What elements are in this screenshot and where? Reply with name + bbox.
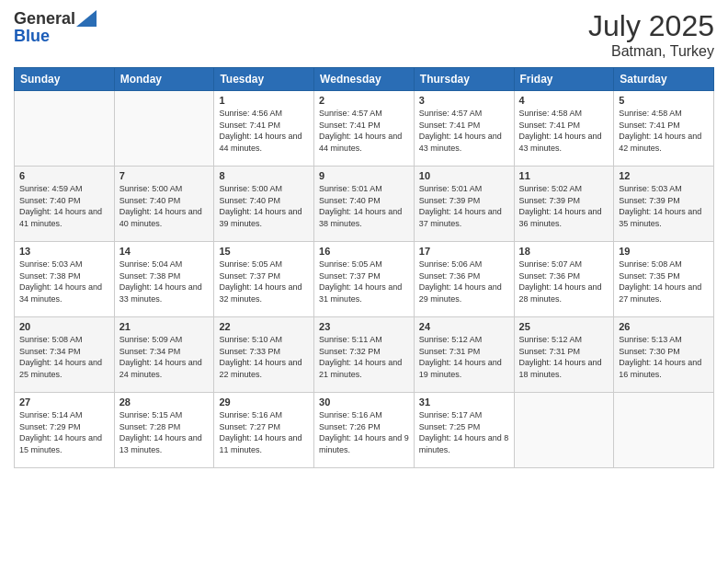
day-info: Sunrise: 4:57 AM Sunset: 7:41 PM Dayligh… <box>419 108 509 154</box>
title-block: July 2025 Batman, Turkey <box>588 9 714 60</box>
svg-marker-0 <box>76 10 97 27</box>
day-info: Sunrise: 5:04 AM Sunset: 7:38 PM Dayligh… <box>119 259 210 304</box>
calendar-cell: 8Sunrise: 5:00 AM Sunset: 7:40 PM Daylig… <box>214 167 314 242</box>
day-info: Sunrise: 5:14 AM Sunset: 7:29 PM Dayligh… <box>19 409 109 455</box>
day-info: Sunrise: 5:16 AM Sunset: 7:26 PM Dayligh… <box>319 409 409 455</box>
calendar-cell <box>114 91 214 167</box>
day-number: 25 <box>519 321 609 332</box>
header: General Blue July 2025 Batman, Turkey <box>14 9 714 60</box>
col-monday: Monday <box>114 68 214 91</box>
day-info: Sunrise: 5:05 AM Sunset: 7:37 PM Dayligh… <box>219 259 309 304</box>
logo: General Blue <box>14 9 97 46</box>
day-number: 3 <box>419 95 509 106</box>
calendar-cell: 10Sunrise: 5:01 AM Sunset: 7:39 PM Dayli… <box>414 167 514 242</box>
calendar-cell <box>614 393 714 468</box>
calendar-cell: 17Sunrise: 5:06 AM Sunset: 7:36 PM Dayli… <box>414 242 514 317</box>
col-tuesday: Tuesday <box>214 68 314 91</box>
day-number: 5 <box>619 95 709 106</box>
day-info: Sunrise: 5:01 AM Sunset: 7:39 PM Dayligh… <box>419 183 509 229</box>
day-info: Sunrise: 5:01 AM Sunset: 7:40 PM Dayligh… <box>319 183 409 229</box>
day-info: Sunrise: 5:05 AM Sunset: 7:37 PM Dayligh… <box>319 259 409 304</box>
location-title: Batman, Turkey <box>588 43 714 60</box>
day-number: 6 <box>19 170 109 181</box>
day-info: Sunrise: 4:58 AM Sunset: 7:41 PM Dayligh… <box>519 108 609 154</box>
day-number: 12 <box>619 170 709 181</box>
day-info: Sunrise: 5:06 AM Sunset: 7:36 PM Dayligh… <box>419 259 509 304</box>
day-info: Sunrise: 4:57 AM Sunset: 7:41 PM Dayligh… <box>319 108 409 154</box>
calendar-cell: 2Sunrise: 4:57 AM Sunset: 7:41 PM Daylig… <box>314 91 415 167</box>
day-number: 9 <box>319 170 409 181</box>
day-number: 18 <box>519 246 609 257</box>
calendar-cell: 11Sunrise: 5:02 AM Sunset: 7:39 PM Dayli… <box>514 167 614 242</box>
calendar-cell: 26Sunrise: 5:13 AM Sunset: 7:30 PM Dayli… <box>614 317 714 393</box>
calendar-cell: 22Sunrise: 5:10 AM Sunset: 7:33 PM Dayli… <box>214 317 314 393</box>
day-info: Sunrise: 4:58 AM Sunset: 7:41 PM Dayligh… <box>619 108 709 154</box>
calendar-cell: 12Sunrise: 5:03 AM Sunset: 7:39 PM Dayli… <box>614 167 714 242</box>
calendar-cell: 24Sunrise: 5:12 AM Sunset: 7:31 PM Dayli… <box>414 317 514 393</box>
calendar-cell: 7Sunrise: 5:00 AM Sunset: 7:40 PM Daylig… <box>114 167 214 242</box>
day-info: Sunrise: 5:07 AM Sunset: 7:36 PM Dayligh… <box>519 259 609 304</box>
col-thursday: Thursday <box>414 68 514 91</box>
col-sunday: Sunday <box>15 68 115 91</box>
calendar-cell: 1Sunrise: 4:56 AM Sunset: 7:41 PM Daylig… <box>214 91 314 167</box>
day-number: 28 <box>119 396 210 408</box>
logo-blue: Blue <box>14 27 97 46</box>
day-number: 20 <box>19 321 109 332</box>
day-number: 31 <box>419 396 509 408</box>
calendar-week-row-5: 27Sunrise: 5:14 AM Sunset: 7:29 PM Dayli… <box>15 393 714 468</box>
day-info: Sunrise: 5:03 AM Sunset: 7:39 PM Dayligh… <box>619 183 709 229</box>
calendar-cell: 14Sunrise: 5:04 AM Sunset: 7:38 PM Dayli… <box>114 242 214 317</box>
calendar-week-row-1: 1Sunrise: 4:56 AM Sunset: 7:41 PM Daylig… <box>15 91 714 167</box>
day-number: 17 <box>419 246 509 257</box>
calendar-cell: 9Sunrise: 5:01 AM Sunset: 7:40 PM Daylig… <box>314 167 415 242</box>
day-info: Sunrise: 5:13 AM Sunset: 7:30 PM Dayligh… <box>619 334 709 380</box>
day-info: Sunrise: 5:12 AM Sunset: 7:31 PM Dayligh… <box>419 334 509 380</box>
day-number: 1 <box>219 95 309 106</box>
day-info: Sunrise: 5:11 AM Sunset: 7:32 PM Dayligh… <box>319 334 409 380</box>
calendar-cell: 19Sunrise: 5:08 AM Sunset: 7:35 PM Dayli… <box>614 242 714 317</box>
day-number: 13 <box>19 246 109 257</box>
calendar-week-row-2: 6Sunrise: 4:59 AM Sunset: 7:40 PM Daylig… <box>15 167 714 242</box>
day-info: Sunrise: 5:00 AM Sunset: 7:40 PM Dayligh… <box>219 183 309 229</box>
day-number: 23 <box>319 321 409 332</box>
calendar-cell: 4Sunrise: 4:58 AM Sunset: 7:41 PM Daylig… <box>514 91 614 167</box>
calendar-cell: 5Sunrise: 4:58 AM Sunset: 7:41 PM Daylig… <box>614 91 714 167</box>
calendar-cell: 16Sunrise: 5:05 AM Sunset: 7:37 PM Dayli… <box>314 242 415 317</box>
day-number: 19 <box>619 246 709 257</box>
day-info: Sunrise: 5:12 AM Sunset: 7:31 PM Dayligh… <box>519 334 609 380</box>
calendar-cell: 20Sunrise: 5:08 AM Sunset: 7:34 PM Dayli… <box>15 317 115 393</box>
calendar-week-row-3: 13Sunrise: 5:03 AM Sunset: 7:38 PM Dayli… <box>15 242 714 317</box>
logo-icon <box>76 10 97 27</box>
day-number: 7 <box>119 170 210 181</box>
day-info: Sunrise: 5:08 AM Sunset: 7:35 PM Dayligh… <box>619 259 709 304</box>
page: General Blue July 2025 Batman, Turkey Su… <box>0 0 728 563</box>
day-number: 30 <box>319 396 409 408</box>
day-info: Sunrise: 5:16 AM Sunset: 7:27 PM Dayligh… <box>219 409 309 455</box>
col-friday: Friday <box>514 68 614 91</box>
day-info: Sunrise: 5:10 AM Sunset: 7:33 PM Dayligh… <box>219 334 309 380</box>
calendar-cell: 18Sunrise: 5:07 AM Sunset: 7:36 PM Dayli… <box>514 242 614 317</box>
month-title: July 2025 <box>588 9 714 43</box>
calendar-cell: 27Sunrise: 5:14 AM Sunset: 7:29 PM Dayli… <box>15 393 115 468</box>
logo-general: General <box>14 9 75 29</box>
day-info: Sunrise: 4:56 AM Sunset: 7:41 PM Dayligh… <box>219 108 309 154</box>
calendar-header-row: Sunday Monday Tuesday Wednesday Thursday… <box>15 68 714 91</box>
day-number: 15 <box>219 246 309 257</box>
calendar-week-row-4: 20Sunrise: 5:08 AM Sunset: 7:34 PM Dayli… <box>15 317 714 393</box>
day-info: Sunrise: 5:02 AM Sunset: 7:39 PM Dayligh… <box>519 183 609 229</box>
day-number: 27 <box>19 396 109 408</box>
day-info: Sunrise: 4:59 AM Sunset: 7:40 PM Dayligh… <box>19 183 109 229</box>
day-number: 14 <box>119 246 210 257</box>
day-info: Sunrise: 5:17 AM Sunset: 7:25 PM Dayligh… <box>419 409 509 455</box>
day-number: 8 <box>219 170 309 181</box>
calendar-cell: 25Sunrise: 5:12 AM Sunset: 7:31 PM Dayli… <box>514 317 614 393</box>
calendar-cell: 28Sunrise: 5:15 AM Sunset: 7:28 PM Dayli… <box>114 393 214 468</box>
calendar-cell: 13Sunrise: 5:03 AM Sunset: 7:38 PM Dayli… <box>15 242 115 317</box>
calendar-cell: 29Sunrise: 5:16 AM Sunset: 7:27 PM Dayli… <box>214 393 314 468</box>
day-info: Sunrise: 5:09 AM Sunset: 7:34 PM Dayligh… <box>119 334 210 380</box>
calendar-table: Sunday Monday Tuesday Wednesday Thursday… <box>14 67 714 468</box>
calendar-cell: 31Sunrise: 5:17 AM Sunset: 7:25 PM Dayli… <box>414 393 514 468</box>
day-number: 16 <box>319 246 409 257</box>
calendar-cell <box>514 393 614 468</box>
calendar-cell: 6Sunrise: 4:59 AM Sunset: 7:40 PM Daylig… <box>15 167 115 242</box>
